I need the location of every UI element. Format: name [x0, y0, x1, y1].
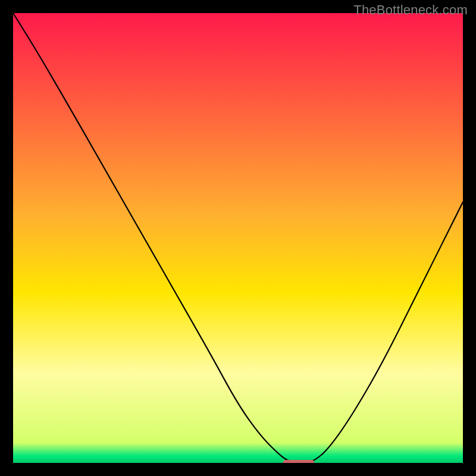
- optimal-marker: [283, 460, 315, 463]
- chart-frame: TheBottleneck.com: [0, 0, 476, 476]
- bottleneck-chart: [13, 13, 463, 463]
- watermark-text: TheBottleneck.com: [353, 2, 468, 18]
- gradient-background: [13, 13, 463, 463]
